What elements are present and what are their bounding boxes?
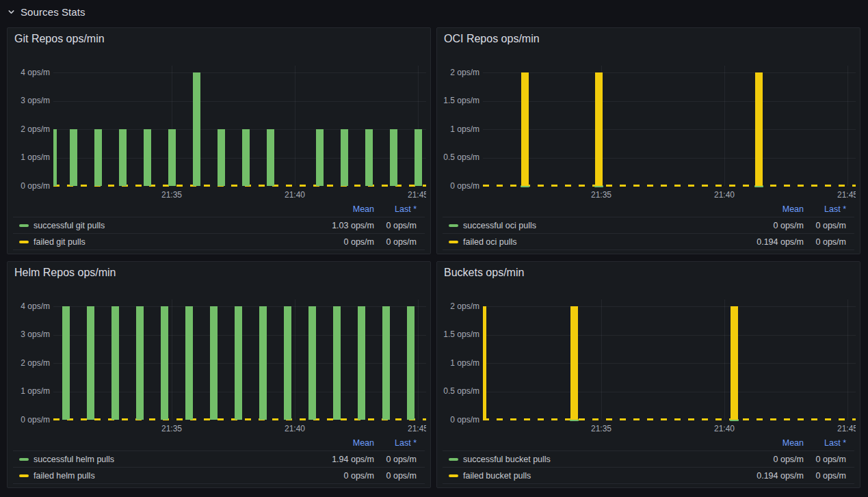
series-swatch-icon: [449, 224, 458, 227]
section-title: Sources Stats: [21, 6, 86, 18]
plot-region: [437, 262, 856, 437]
legend-table: Mean Last * successful oci pulls 0 ops/m…: [443, 203, 854, 250]
legend-row: successful bucket pulls 0 ops/m 0 ops/m: [443, 451, 854, 467]
legend-row: failed helm pulls 0 ops/m 0 ops/m: [13, 467, 425, 484]
series-mean-value: 0 ops/m: [344, 470, 374, 481]
chart-bar: [521, 72, 529, 186]
series-last-value: 0 ops/m: [816, 237, 846, 247]
series-mean-value: 0.194 ops/m: [757, 237, 804, 247]
series-mean-value: 0 ops/m: [344, 237, 374, 247]
chart-bar: [316, 129, 324, 186]
series-swatch-icon: [449, 458, 458, 461]
plot-region: [8, 28, 426, 203]
chart-bar: [242, 129, 250, 186]
series-swatch-icon: [19, 241, 29, 243]
gridline-vertical: [847, 66, 848, 186]
gridline-horizontal: [483, 158, 856, 159]
series-label[interactable]: failed git pulls: [34, 237, 86, 247]
chart-bar: [267, 129, 274, 186]
series-label[interactable]: successful git pulls: [34, 220, 105, 231]
chevron-down-icon: [7, 8, 16, 16]
chart-bar: [161, 306, 168, 420]
series-last-value: 0 ops/m: [386, 470, 417, 481]
series-label[interactable]: successful bucket pulls: [463, 454, 551, 465]
chart-bar: [731, 306, 738, 420]
gridline-horizontal: [483, 129, 856, 130]
panel-git-repos: Git Repos ops/min 4 ops/m 3 ops/m 2 ops/…: [7, 27, 431, 254]
chart-bar: [358, 306, 365, 420]
chart-bar: [333, 306, 341, 420]
series-label[interactable]: failed helm pulls: [34, 470, 95, 481]
section-row-sources-stats[interactable]: Sources Stats: [7, 3, 860, 21]
series-mean-value: 1.94 ops/m: [332, 454, 374, 465]
legend-col-mean[interactable]: Mean: [353, 438, 374, 448]
chart-bar: [218, 129, 225, 186]
legend-table: Mean Last * successful bucket pulls 0 op…: [443, 437, 854, 484]
chart-bar: [259, 306, 267, 420]
chart-bar: [119, 129, 127, 186]
series-last-value: 0 ops/m: [816, 454, 846, 465]
chart-bar: [390, 129, 397, 186]
chart-bar-clipped: [483, 306, 486, 420]
legend-header: Mean Last *: [443, 437, 854, 451]
chart-canvas[interactable]: 4 ops/m 3 ops/m 2 ops/m 1 ops/m 0 ops/m …: [8, 262, 426, 437]
series-mean-value: 0.194 ops/m: [757, 470, 804, 481]
chart-bar: [415, 129, 422, 186]
chart-bar: [136, 306, 144, 420]
gridline-vertical: [847, 299, 848, 420]
series-label[interactable]: failed oci pulls: [463, 237, 517, 247]
series-label[interactable]: failed bucket pulls: [463, 470, 531, 481]
chart-canvas[interactable]: 4 ops/m 3 ops/m 2 ops/m 1 ops/m 0 ops/m …: [8, 28, 426, 203]
chart-bar: [193, 72, 200, 186]
gridline-horizontal: [483, 335, 856, 336]
legend-row: failed git pulls 0 ops/m 0 ops/m: [13, 233, 425, 250]
legend-row: failed oci pulls 0.194 ops/m 0 ops/m: [443, 233, 854, 250]
gridline-horizontal: [483, 363, 856, 364]
gridline-vertical: [724, 299, 725, 420]
legend-header: Mean Last *: [13, 437, 425, 451]
chart-bar: [570, 306, 578, 420]
series-mean-value: 0 ops/m: [774, 220, 804, 231]
chart-bar: [111, 306, 119, 420]
chart-bar: [382, 306, 390, 420]
chart-bar: [365, 129, 373, 186]
series-label[interactable]: successful helm pulls: [34, 454, 114, 465]
series-mean-value: 0 ops/m: [774, 454, 804, 465]
series-swatch-icon: [449, 241, 458, 243]
legend-row: successful oci pulls 0 ops/m 0 ops/m: [443, 217, 854, 233]
chart-bar: [284, 306, 291, 420]
plot-region: [437, 28, 856, 203]
series-swatch-icon: [19, 474, 29, 477]
legend-table: Mean Last * successful helm pulls 1.94 o…: [13, 437, 425, 484]
chart-bar: [94, 129, 102, 186]
zero-value-dashed-line: [483, 185, 856, 187]
gridline-horizontal: [483, 101, 856, 102]
chart-bar: [595, 72, 603, 186]
legend-col-mean[interactable]: Mean: [353, 204, 374, 214]
chart-bar: [308, 306, 316, 420]
series-label[interactable]: successful oci pulls: [463, 220, 536, 231]
legend-col-last[interactable]: Last *: [395, 438, 417, 448]
legend-table: Mean Last * successful git pulls 1.03 op…: [13, 203, 425, 250]
series-mean-value: 1.03 ops/m: [332, 220, 374, 231]
gridline-horizontal: [53, 72, 426, 73]
legend-col-mean[interactable]: Mean: [782, 204, 804, 214]
legend-col-last[interactable]: Last *: [395, 204, 417, 214]
zero-value-dashed-line: [483, 418, 856, 420]
chart-bar: [407, 306, 415, 420]
gridline-vertical: [418, 299, 419, 420]
chart-canvas[interactable]: 2 ops/m 1.5 ops/m 1 ops/m 0.5 ops/m 0 op…: [437, 262, 856, 437]
chart-bar: [62, 306, 70, 420]
legend-col-last[interactable]: Last *: [824, 204, 846, 214]
gridline-vertical: [295, 66, 295, 186]
chart-bar: [70, 129, 77, 186]
series-swatch-icon: [19, 224, 29, 227]
legend-header: Mean Last *: [443, 203, 854, 217]
panel-buckets: Buckets ops/min 2 ops/m 1.5 ops/m 1 ops/…: [436, 261, 860, 488]
chart-canvas[interactable]: 2 ops/m 1.5 ops/m 1 ops/m 0.5 ops/m 0 op…: [437, 28, 856, 203]
legend-header: Mean Last *: [13, 203, 425, 217]
legend-row: successful git pulls 1.03 ops/m 0 ops/m: [13, 217, 425, 233]
legend-col-mean[interactable]: Mean: [782, 438, 804, 448]
legend-col-last[interactable]: Last *: [824, 438, 846, 448]
series-last-value: 0 ops/m: [386, 237, 417, 247]
